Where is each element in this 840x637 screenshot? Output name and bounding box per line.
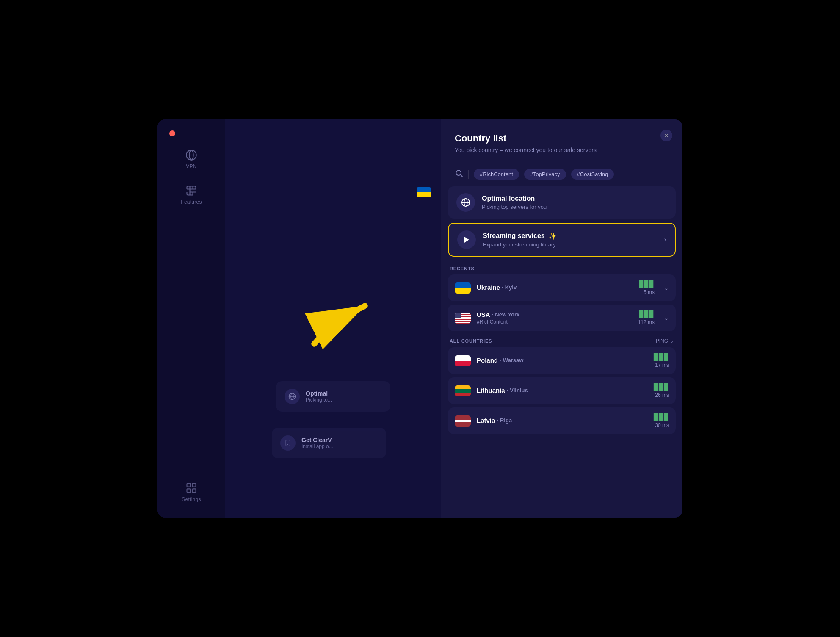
- latvia-ping-value: 30 ms: [655, 422, 669, 428]
- usa-ping-bars: ▊▊▊: [639, 310, 655, 318]
- flag-lithuania: [455, 385, 471, 396]
- bg-optimal-text: Optimal Picking to...: [306, 390, 332, 403]
- sidebar-item-vpn[interactable]: VPN: [185, 149, 197, 169]
- bg-clearvpn-text: Get ClearV Install app o...: [301, 437, 333, 449]
- latvia-ping-bars: ▊▊▊: [654, 413, 669, 421]
- country-latvia-row[interactable]: Latvia · Riga ▊▊▊ 30 ms: [448, 407, 676, 434]
- latvia-info: Latvia · Riga: [477, 417, 648, 425]
- country-poland-row[interactable]: Poland · Warsaw ▊▊▊ 17 ms: [448, 347, 676, 374]
- tag-richcontent[interactable]: #RichContent: [474, 169, 519, 180]
- streaming-services-name: Streaming services ✨: [483, 232, 658, 240]
- streaming-services-info: Streaming services ✨ Expand your streami…: [483, 232, 658, 248]
- sidebar-vpn-label: VPN: [186, 163, 196, 169]
- svg-rect-4: [192, 484, 196, 487]
- search-icon[interactable]: [455, 169, 463, 180]
- ukraine-info: Ukraine · Kyiv: [477, 284, 633, 292]
- streaming-services-icon: [457, 230, 476, 249]
- ukraine-ping-bars: ▊▊▊: [639, 280, 655, 288]
- poland-name: Poland · Warsaw: [477, 357, 648, 364]
- chevron-right-icon: ›: [664, 236, 666, 244]
- usa-expand-btn[interactable]: ⌄: [664, 315, 669, 321]
- bg-optimal-title: Optimal: [306, 390, 332, 397]
- all-countries-header: All Countries PING ⌄: [448, 335, 676, 347]
- panel-header: Country list You pick country – we conne…: [441, 119, 682, 162]
- bg-clearvpn-title: Get ClearV: [301, 437, 333, 443]
- svg-rect-3: [187, 484, 191, 487]
- flag-latvia: [455, 415, 471, 427]
- latvia-name: Latvia · Riga: [477, 417, 648, 424]
- bg-clearvpn-subtitle: Install app o...: [301, 443, 333, 449]
- usa-info: USA · New York #RichContent: [477, 311, 632, 325]
- sidebar-settings-label: Settings: [182, 496, 201, 502]
- ukraine-ping-value: 5 ms: [644, 289, 655, 295]
- panel-subtitle: You pick country – we connect you to our…: [455, 147, 669, 153]
- close-traffic-light[interactable]: [169, 130, 175, 136]
- sidebar: VPN Features Settings: [158, 119, 225, 518]
- optimal-location-subtitle: Picking top servers for you: [482, 204, 667, 210]
- usa-tag: #RichContent: [477, 319, 632, 325]
- poland-ping-value: 17 ms: [655, 362, 669, 368]
- svg-marker-18: [464, 237, 469, 243]
- optimal-location-card[interactable]: Optimal location Picking top servers for…: [448, 186, 676, 219]
- lithuania-ping-value: 26 ms: [655, 392, 669, 398]
- sparkle-icon: ✨: [548, 232, 557, 240]
- flag-ukraine: [455, 282, 471, 294]
- svg-rect-6: [192, 489, 196, 492]
- lithuania-ping-area: ▊▊▊ 26 ms: [654, 383, 669, 398]
- main-area: Optimal Picking to... Get ClearV Install…: [225, 119, 441, 518]
- tag-costsaving[interactable]: #CostSaving: [571, 169, 614, 180]
- usa-ping-value: 112 ms: [638, 319, 655, 325]
- sidebar-item-features[interactable]: Features: [181, 185, 202, 205]
- lithuania-info: Lithuania · Vilnius: [477, 387, 648, 395]
- sort-chevron-icon: ⌄: [670, 338, 674, 344]
- lithuania-ping-bars: ▊▊▊: [654, 383, 669, 391]
- panel-title: Country list: [455, 133, 669, 144]
- streaming-services-subtitle: Expand your streaming library: [483, 241, 658, 248]
- bg-optimal-icon: [285, 389, 300, 404]
- tag-topprivacy[interactable]: #TopPrivacy: [524, 169, 566, 180]
- all-countries-label: All Countries: [450, 338, 492, 343]
- ukraine-name: Ukraine · Kyiv: [477, 284, 633, 291]
- bg-optimal-subtitle: Picking to...: [306, 397, 332, 403]
- puzzle-icon: [185, 185, 197, 197]
- ping-sort-button[interactable]: PING ⌄: [656, 338, 674, 344]
- search-row: #RichContent #TopPrivacy #CostSaving: [441, 162, 682, 186]
- app-window: VPN Features Settings: [158, 119, 682, 518]
- bg-clearvpn-icon: [280, 435, 296, 451]
- gear-icon: [185, 482, 197, 494]
- usa-name: USA · New York: [477, 311, 632, 318]
- recent-usa-row[interactable]: USA · New York #RichContent ▊▊▊ 112 ms ⌄: [448, 305, 676, 331]
- svg-line-14: [461, 175, 463, 177]
- sidebar-item-settings[interactable]: Settings: [182, 482, 201, 502]
- recent-ukraine-row[interactable]: Ukraine · Kyiv ▊▊▊ 5 ms ⌄: [448, 274, 676, 301]
- bg-card-optimal: Optimal Picking to...: [276, 381, 390, 412]
- usa-ping-area: ▊▊▊ 112 ms: [638, 310, 655, 325]
- poland-ping-bars: ▊▊▊: [654, 353, 669, 361]
- optimal-location-icon: [456, 193, 475, 212]
- lithuania-name: Lithuania · Vilnius: [477, 387, 648, 394]
- close-button[interactable]: ×: [660, 130, 672, 141]
- ukraine-flag-hint: [417, 187, 431, 197]
- flag-usa: [455, 313, 471, 324]
- svg-point-13: [456, 170, 461, 175]
- streaming-services-card[interactable]: Streaming services ✨ Expand your streami…: [448, 223, 676, 257]
- globe-icon: [185, 149, 197, 161]
- sidebar-features-label: Features: [181, 199, 202, 205]
- optimal-location-name: Optimal location: [482, 195, 667, 202]
- right-panel: × Country list You pick country – we con…: [441, 119, 682, 518]
- panel-body[interactable]: Optimal location Picking top servers for…: [441, 186, 682, 518]
- ukraine-ping-area: ▊▊▊ 5 ms: [639, 280, 655, 295]
- latvia-ping-area: ▊▊▊ 30 ms: [654, 413, 669, 428]
- search-divider: [468, 170, 469, 179]
- ukraine-expand-btn[interactable]: ⌄: [664, 285, 669, 291]
- recents-section-label: Recents: [448, 261, 676, 274]
- close-icon: ×: [665, 132, 668, 139]
- svg-rect-5: [187, 489, 191, 492]
- optimal-location-info: Optimal location Picking top servers for…: [482, 195, 667, 210]
- country-lithuania-row[interactable]: Lithuania · Vilnius ▊▊▊ 26 ms: [448, 377, 676, 404]
- poland-info: Poland · Warsaw: [477, 357, 648, 365]
- bg-card-clearvpn: Get ClearV Install app o...: [272, 428, 386, 458]
- poland-ping-area: ▊▊▊ 17 ms: [654, 353, 669, 368]
- flag-poland: [455, 355, 471, 366]
